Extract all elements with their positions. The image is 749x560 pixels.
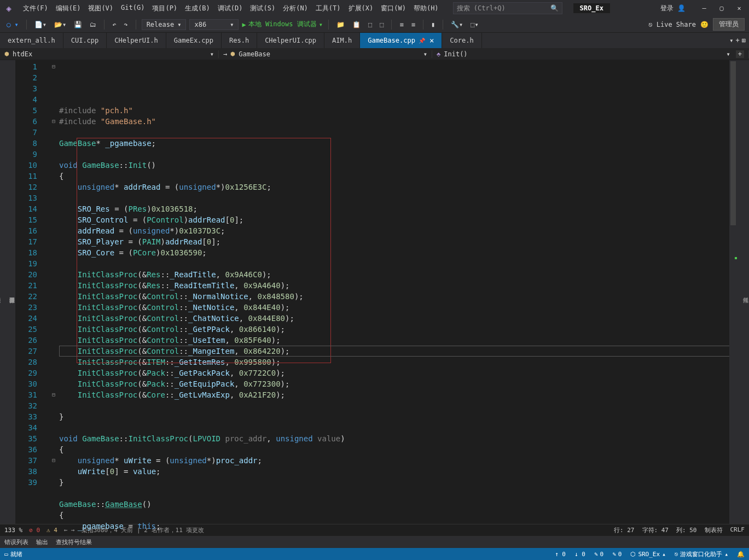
- menu-item[interactable]: 扩展(X): [345, 2, 377, 15]
- main-menu: 文件(F)编辑(E)视图(V)Git(G)项目(P)生成(B)调试(D)测试(S…: [20, 2, 442, 15]
- scrollbar-mark: [735, 257, 737, 259]
- tb-icon-9[interactable]: ⬚▾: [468, 20, 480, 30]
- nav-member-dropdown[interactable]: ⬘Init()▾+: [432, 50, 749, 58]
- menu-item[interactable]: 测试(S): [247, 2, 278, 15]
- tab-plus-icon[interactable]: +: [736, 37, 740, 44]
- vertical-scrollbar[interactable]: [729, 60, 737, 524]
- admin-badge: 管理员: [713, 18, 745, 31]
- menu-item[interactable]: 视图(V): [85, 2, 117, 15]
- login-button[interactable]: 登录 👤: [660, 4, 686, 13]
- run-button[interactable]: ▶ 本地 Windows 调试器 ▾: [242, 20, 323, 29]
- new-file-button[interactable]: 📄▾: [32, 20, 49, 30]
- tb-icon-8[interactable]: 🔧▾: [449, 20, 465, 30]
- menu-item[interactable]: Git(G): [118, 2, 148, 15]
- file-tab[interactable]: extern_all.h: [0, 33, 63, 48]
- tab-dropdown-icon[interactable]: ▾: [729, 37, 733, 44]
- notification-icon[interactable]: 🔔: [737, 551, 745, 558]
- game-helper[interactable]: ⎋ 游戏窗口化助手 ▴: [675, 550, 728, 558]
- nav-bar: ⬢htdEx▾ →⬢GameBase▾ ⬘Init()▾+: [0, 48, 749, 60]
- tab-window-icon[interactable]: ⊞: [742, 37, 746, 44]
- search-input[interactable]: 搜索 (Ctrl+Q) 🔍: [453, 2, 562, 14]
- tb-icon-1[interactable]: 📁: [334, 20, 347, 30]
- bottom-panel-tabs: 错误列表输出查找符号结果: [0, 536, 749, 548]
- tb-icon-3[interactable]: ⬚: [366, 20, 374, 30]
- save-button[interactable]: 💾: [72, 20, 84, 30]
- main-area: 服务器资源管理器解决方案资源管理器Git 更改团队资源管理器数据源 123456…: [0, 60, 749, 524]
- fold-column[interactable]: ⊟ ⊟ ⊟ ⊟: [48, 60, 59, 524]
- menu-item[interactable]: 调试(D): [214, 2, 246, 15]
- ready-indicator: ▭ 就绪: [4, 550, 22, 558]
- tb-icon-5[interactable]: ≡: [397, 20, 405, 30]
- file-tab[interactable]: AIM.h: [324, 33, 360, 48]
- titlebar: ◈ 文件(F)编辑(E)视图(V)Git(G)项目(P)生成(B)调试(D)测试…: [0, 0, 749, 16]
- left-tool-rail: 服务器资源管理器解决方案资源管理器Git 更改团队资源管理器数据源: [0, 60, 15, 524]
- close-button[interactable]: ✕: [734, 4, 745, 12]
- bottom-tab[interactable]: 错误列表: [4, 538, 28, 546]
- file-tab[interactable]: CHelperUI.h: [107, 33, 166, 48]
- menu-item[interactable]: 编辑(E): [53, 2, 84, 15]
- tb-icon-6[interactable]: ≡: [409, 20, 417, 30]
- code-editor[interactable]: 1234567891011121314151617181920212223242…: [15, 60, 737, 524]
- tb-icon-2[interactable]: 📋: [350, 20, 363, 30]
- file-tabs: extern_all.hCUI.cppCHelperUI.hGameEx.cpp…: [0, 33, 749, 48]
- redo-button[interactable]: ↷: [121, 20, 130, 30]
- maximize-button[interactable]: ▢: [716, 4, 727, 12]
- nav-scope-dropdown[interactable]: ⬢htdEx▾: [0, 50, 219, 58]
- bottom-tab[interactable]: 输出: [36, 538, 48, 546]
- config-dropdown[interactable]: Release▾: [142, 19, 187, 30]
- menu-item[interactable]: 生成(B): [182, 2, 213, 15]
- vs-logo-icon: ◈: [2, 2, 15, 15]
- bottom-tab[interactable]: 查找符号结果: [56, 538, 92, 546]
- file-tab[interactable]: GameEx.cpp: [166, 33, 222, 48]
- menu-item[interactable]: 项目(P): [149, 2, 181, 15]
- menu-item[interactable]: 工具(T): [312, 2, 344, 15]
- git-down[interactable]: ↓ 0: [574, 551, 585, 558]
- file-tab[interactable]: CHelperUI.cpp: [257, 33, 324, 48]
- open-button[interactable]: 📂▾: [52, 20, 68, 30]
- menu-item[interactable]: 窗口(W): [378, 2, 409, 15]
- live-share-button[interactable]: ⎋ Live Share: [648, 21, 696, 28]
- file-tab[interactable]: Res.h: [222, 33, 257, 48]
- file-tab[interactable]: GameBase.cpp📌: [360, 33, 442, 48]
- project-name: SRO_Ex: [573, 3, 610, 13]
- scrollbar-thumb[interactable]: [730, 61, 736, 225]
- search-placeholder: 搜索 (Ctrl+Q): [457, 4, 506, 13]
- zoom-level[interactable]: 133 %: [4, 527, 22, 534]
- line-gutter: 1234567891011121314151617181920212223242…: [15, 60, 48, 524]
- tb-icon-7[interactable]: ▮: [429, 20, 437, 30]
- platform-dropdown[interactable]: x86▾: [189, 19, 239, 30]
- toolbar: ◯ ▾ 📄▾ 📂▾ 💾 🗂 ↶ ↷ Release▾ x86▾ ▶ 本地 Win…: [0, 16, 749, 33]
- menu-item[interactable]: 文件(F): [20, 2, 51, 15]
- code-area[interactable]: #include "pch.h"#include "GameBase.h" Ga…: [59, 60, 737, 524]
- right-tool-rail: 属性通知: [737, 60, 749, 524]
- search-icon: 🔍: [550, 4, 559, 12]
- git-edit[interactable]: ✎ 0: [594, 551, 603, 558]
- tb-icon-4[interactable]: ⬚: [378, 20, 386, 30]
- file-tab[interactable]: CUI.cpp: [63, 33, 107, 48]
- file-tab[interactable]: Core.h: [442, 33, 481, 48]
- menu-item[interactable]: 分析(N): [280, 2, 311, 15]
- nav-type-dropdown[interactable]: →⬢GameBase▾: [219, 50, 432, 58]
- nav-plus-icon[interactable]: +: [736, 50, 744, 58]
- undo-button[interactable]: ↶: [110, 20, 118, 30]
- menu-item[interactable]: 帮助(H): [410, 2, 442, 15]
- error-count[interactable]: ⊘ 0: [29, 527, 40, 534]
- login-area: 登录 👤 — ▢ ✕: [660, 4, 747, 13]
- git-project[interactable]: ⬡ SRO_Ex ▴: [630, 551, 665, 558]
- nav-back-button[interactable]: ◯ ▾: [4, 20, 21, 30]
- git-up[interactable]: ↑ 0: [555, 551, 566, 558]
- feedback-icon[interactable]: 🙂: [700, 21, 709, 28]
- minimize-button[interactable]: —: [699, 4, 710, 12]
- git-add[interactable]: ✎ 0: [612, 551, 622, 558]
- warning-count[interactable]: ⚠ 4: [47, 527, 57, 534]
- status-bar: ▭ 就绪 ↑ 0 ↓ 0 ✎ 0 ✎ 0 ⬡ SRO_Ex ▴ ⎋ 游戏窗口化助…: [0, 548, 749, 560]
- save-all-button[interactable]: 🗂: [88, 20, 98, 30]
